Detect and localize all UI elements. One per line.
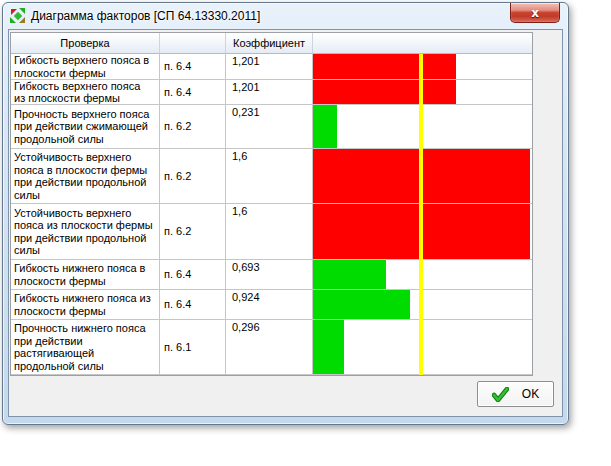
- norm-clause-cell: п. 6.1: [160, 320, 226, 375]
- table-row: Устойчивость верхнего пояса из плоскости…: [11, 204, 532, 260]
- coefficient-cell: 1,6: [226, 204, 313, 260]
- column-header-diagram: [313, 33, 532, 54]
- check-name-cell: Гибкость верхнего пояса в плоскости ферм…: [11, 54, 160, 80]
- factor-bar: [313, 105, 337, 148]
- column-header-coefficient: Коэффициент: [226, 33, 313, 54]
- table-row: Устойчивость верхнего пояса в плоскости …: [11, 149, 532, 204]
- coefficient-cell: 1,201: [226, 54, 313, 80]
- table-row: Прочность верхнего пояса при действии сж…: [11, 105, 532, 149]
- column-header-clause: [160, 33, 226, 54]
- coefficient-cell: 0,231: [226, 105, 313, 149]
- check-name-cell: Гибкость нижнего пояса из плоскости ферм…: [11, 290, 160, 320]
- table-row: Гибкость верхнего пояса из плоскости фер…: [11, 80, 532, 105]
- norm-clause-cell: п. 6.4: [160, 80, 226, 105]
- norm-clause-cell: п. 6.4: [160, 260, 226, 290]
- factor-bar: [313, 260, 386, 289]
- factors-table: Проверка Коэффициент Гибкость верхнего п…: [10, 32, 533, 376]
- factor-bar: [313, 54, 456, 79]
- dialog-window: Диаграмма факторов [СП 64.13330.2011] x …: [2, 2, 569, 425]
- factor-bar: [313, 290, 410, 319]
- norm-clause-cell: п. 6.4: [160, 54, 226, 80]
- table-row: Гибкость верхнего пояса в плоскости ферм…: [11, 54, 532, 80]
- norm-clause-cell: п. 6.2: [160, 105, 226, 149]
- dialog-client-area: Проверка Коэффициент Гибкость верхнего п…: [8, 29, 563, 417]
- threshold-line: [419, 54, 423, 375]
- norm-clause-cell: п. 6.2: [160, 204, 226, 260]
- check-name-cell: Гибкость нижнего пояса в плоскости фермы: [11, 260, 160, 290]
- table-row: Гибкость нижнего пояса из плоскости ферм…: [11, 290, 532, 320]
- norm-clause-cell: п. 6.4: [160, 290, 226, 320]
- check-name-cell: Прочность нижнего пояса при действии рас…: [11, 320, 160, 375]
- coefficient-cell: 1,201: [226, 80, 313, 105]
- checkmark-icon: [492, 387, 509, 402]
- factor-bar: [313, 80, 456, 104]
- app-icon: [10, 8, 26, 24]
- column-header-check: Проверка: [11, 33, 160, 54]
- close-button[interactable]: x: [510, 3, 560, 23]
- check-name-cell: Устойчивость верхнего пояса из плоскости…: [11, 204, 160, 260]
- coefficient-cell: 0,924: [226, 290, 313, 320]
- check-name-cell: Гибкость верхнего пояса из плоскости фер…: [11, 80, 160, 105]
- norm-clause-cell: п. 6.2: [160, 149, 226, 204]
- coefficient-cell: 0,296: [226, 320, 313, 375]
- table-header-row: Проверка Коэффициент: [11, 33, 532, 54]
- ok-button[interactable]: OK: [477, 381, 554, 407]
- ok-button-label: OK: [522, 387, 539, 401]
- check-name-cell: Прочность верхнего пояса при действии сж…: [11, 105, 160, 149]
- close-icon: x: [531, 7, 539, 19]
- coefficient-cell: 0,693: [226, 260, 313, 290]
- title-bar[interactable]: Диаграмма факторов [СП 64.13330.2011] x: [3, 3, 568, 29]
- check-name-cell: Устойчивость верхнего пояса в плоскости …: [11, 149, 160, 204]
- window-title: Диаграмма факторов [СП 64.13330.2011]: [31, 9, 260, 23]
- table-row: Прочность нижнего пояса при действии рас…: [11, 320, 532, 375]
- table-row: Гибкость нижнего пояса в плоскости фермы…: [11, 260, 532, 290]
- coefficient-cell: 1,6: [226, 149, 313, 204]
- factor-bar: [313, 320, 344, 374]
